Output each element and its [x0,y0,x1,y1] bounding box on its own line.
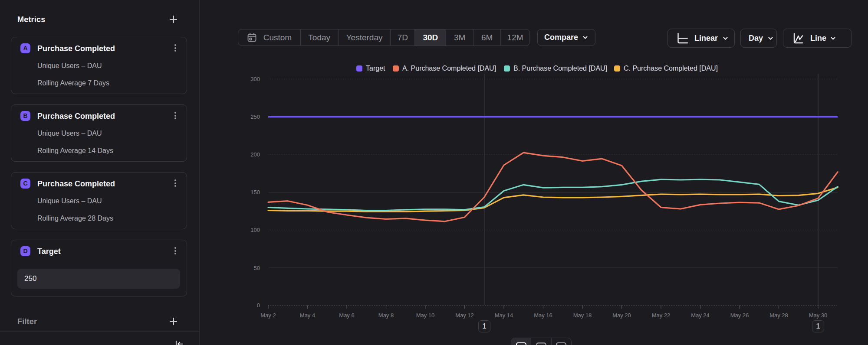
svg-text:May 2: May 2 [260,312,276,319]
svg-text:May 14: May 14 [495,312,513,319]
svg-text:100: 100 [250,227,260,233]
svg-text:May 4: May 4 [300,312,315,319]
svg-text:300: 300 [250,76,260,82]
svg-text:May 12: May 12 [455,312,474,319]
svg-text:May 22: May 22 [652,312,671,319]
svg-text:May 16: May 16 [534,312,552,319]
svg-text:May 18: May 18 [573,312,592,319]
svg-text:May 10: May 10 [416,312,435,319]
svg-text:May 24: May 24 [691,312,710,319]
svg-text:May 6: May 6 [339,312,354,319]
svg-text:May 28: May 28 [769,312,788,319]
svg-text:May 20: May 20 [612,312,631,319]
svg-text:May 30: May 30 [809,312,828,319]
svg-text:150: 150 [250,189,260,195]
svg-text:200: 200 [250,151,260,158]
svg-text:50: 50 [254,265,260,271]
svg-text:May 8: May 8 [378,312,394,319]
svg-text:0: 0 [257,302,260,309]
svg-text:May 26: May 26 [730,312,749,319]
svg-text:250: 250 [250,114,260,120]
